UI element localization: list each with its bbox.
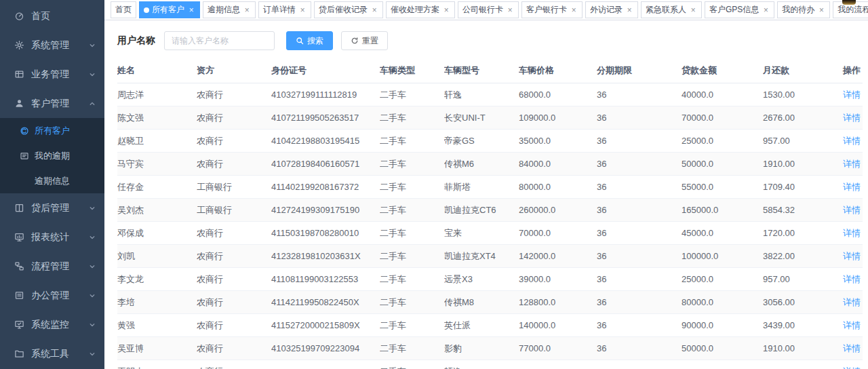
tab-customer-gps-info[interactable]: 客户GPS信息 × bbox=[705, 1, 774, 18]
sidebar-item-all-customers[interactable]: 所有客户 bbox=[0, 118, 104, 143]
customer-name-input[interactable] bbox=[164, 31, 275, 50]
detail-link[interactable]: 详情 bbox=[843, 297, 861, 307]
submenu-customer-management: 所有客户 我的逾期 逾期信息 bbox=[0, 118, 104, 193]
tab-collection-plan[interactable]: 催收处理方案 × bbox=[386, 1, 455, 18]
cell-monthly-payment: 957.00 bbox=[763, 268, 841, 291]
chevron-down-icon bbox=[88, 263, 96, 271]
sidebar-item-report-statistics[interactable]: 报表统计 bbox=[0, 222, 104, 252]
cell-monthly-payment: 1720.00 bbox=[763, 222, 841, 245]
close-icon[interactable]: × bbox=[689, 6, 697, 14]
detail-link[interactable]: 详情 bbox=[843, 274, 861, 284]
cell-monthly-payment: 1910.00 bbox=[763, 337, 841, 360]
tab-order-detail[interactable]: 订单详情 × bbox=[258, 1, 311, 18]
cell-name: 马守宾 bbox=[117, 153, 197, 176]
cell-vehicle-model: 帝豪GS bbox=[444, 130, 519, 153]
close-icon[interactable]: × bbox=[506, 6, 514, 14]
sidebar-item-overdue-info[interactable]: 逾期信息 bbox=[0, 168, 104, 193]
tab-label: 客户银行卡 bbox=[526, 4, 567, 16]
detail-link[interactable]: 详情 bbox=[843, 205, 861, 215]
sidebar-item-label: 业务管理 bbox=[31, 69, 88, 81]
cell-id-number: 411081199003122553 bbox=[271, 268, 380, 291]
detail-link[interactable]: 详情 bbox=[843, 159, 861, 169]
close-icon[interactable]: × bbox=[570, 6, 578, 14]
cell-funder: 农商行 bbox=[197, 314, 271, 337]
column-header: 车辆价格 bbox=[519, 60, 597, 83]
cell-id-number: 41152720000215809X bbox=[271, 314, 380, 337]
detail-link[interactable]: 详情 bbox=[843, 343, 861, 353]
cell-funder: 农商行 bbox=[197, 83, 271, 106]
close-icon[interactable]: × bbox=[370, 6, 378, 14]
cell-funder: 农商行 bbox=[197, 245, 271, 268]
sidebar-item-system-monitoring[interactable]: 系统监控 bbox=[0, 310, 104, 339]
tab-label: 客户GPS信息 bbox=[709, 4, 759, 16]
cell-loan-amount: 25000.0 bbox=[682, 268, 763, 291]
tab-label: 催收处理方案 bbox=[391, 4, 439, 16]
cell-vehicle-type: 二手车 bbox=[380, 268, 444, 291]
cell-vehicle-price: 80000.0 bbox=[519, 176, 597, 199]
cell-installments: 36 bbox=[597, 268, 682, 291]
table-row: 任存金 工商银行 411402199208167372 二手车 菲斯塔 8000… bbox=[117, 176, 863, 199]
tab-field-visit-records[interactable]: 外访记录 × bbox=[585, 1, 638, 18]
tab-home[interactable]: 首页 bbox=[111, 1, 136, 18]
blank-icon bbox=[20, 176, 29, 186]
close-icon[interactable]: × bbox=[298, 6, 307, 14]
reset-button[interactable]: 重置 bbox=[341, 31, 388, 50]
user-avatar[interactable] bbox=[842, 0, 856, 5]
close-icon[interactable]: × bbox=[625, 6, 633, 14]
detail-link[interactable]: 详情 bbox=[843, 182, 861, 192]
close-icon[interactable]: × bbox=[243, 6, 251, 14]
cell-name: 刘凯 bbox=[117, 245, 197, 268]
sidebar-item-label: 系统监控 bbox=[31, 319, 88, 331]
tab-emergency-contacts[interactable]: 紧急联系人 × bbox=[641, 1, 702, 18]
tab-post-loan-collection-records[interactable]: 贷后催收记录 × bbox=[314, 1, 383, 18]
column-header: 身份证号 bbox=[271, 60, 380, 83]
cell-id-number: 412724199309175190 bbox=[271, 199, 380, 222]
chevron-down-icon bbox=[88, 204, 96, 212]
sidebar-item-business-management[interactable]: 业务管理 bbox=[0, 60, 104, 89]
cell-vehicle-model: 传祺M8 bbox=[444, 291, 519, 314]
chevron-down-icon bbox=[88, 292, 96, 300]
sidebar-item-post-loan-management[interactable]: 贷后管理 bbox=[0, 193, 104, 222]
reset-button-label: 重置 bbox=[362, 35, 378, 47]
cell-name: 吴亚博 bbox=[117, 337, 197, 360]
close-icon[interactable]: × bbox=[187, 6, 195, 14]
sidebar-item-system-tools[interactable]: 系统工具 bbox=[0, 339, 104, 368]
detail-link[interactable]: 详情 bbox=[843, 228, 861, 238]
tab-company-bank-card[interactable]: 公司银行卡 × bbox=[458, 1, 519, 18]
cell-vehicle-type: 二手车 bbox=[380, 176, 444, 199]
table-row: 王明杰 农商行 二手车 轩逸 详情 bbox=[117, 360, 863, 369]
cell-vehicle-model: 轩逸 bbox=[444, 83, 519, 106]
detail-link[interactable]: 详情 bbox=[843, 136, 861, 146]
cell-name: 吴刘杰 bbox=[117, 199, 197, 222]
tab-label: 逾期信息 bbox=[208, 4, 240, 16]
chart-icon bbox=[14, 232, 24, 242]
detail-link[interactable]: 详情 bbox=[843, 366, 861, 369]
cell-id-number: 411402199208167372 bbox=[271, 176, 380, 199]
search-form: 用户名称 搜索 重置 bbox=[117, 31, 863, 51]
customer-table: 姓名资方身份证号车辆类型车辆型号车辆价格分期期限贷款金额月还款操作 周志洋 农商… bbox=[117, 60, 863, 369]
search-button[interactable]: 搜索 bbox=[286, 31, 333, 50]
close-icon[interactable]: × bbox=[442, 6, 450, 14]
sidebar-item-customer-management[interactable]: 客户管理 bbox=[0, 89, 104, 118]
close-icon[interactable]: × bbox=[762, 6, 770, 14]
sidebar-item-office-management[interactable]: 办公管理 bbox=[0, 281, 104, 310]
detail-link[interactable]: 详情 bbox=[843, 90, 861, 100]
detail-link[interactable]: 详情 bbox=[843, 113, 861, 123]
tab-overdue-info[interactable]: 逾期信息 × bbox=[203, 1, 256, 18]
cell-monthly-payment: 3822.00 bbox=[763, 245, 841, 268]
sidebar-item-process-management[interactable]: 流程管理 bbox=[0, 252, 104, 281]
tab-my-todo[interactable]: 我的待办 × bbox=[777, 1, 830, 18]
detail-link[interactable]: 详情 bbox=[843, 320, 861, 330]
sidebar-item-my-overdue[interactable]: 我的逾期 bbox=[0, 143, 104, 168]
tab-all-customers[interactable]: 所有客户 × bbox=[139, 1, 200, 18]
cell-monthly-payment: 3439.00 bbox=[763, 314, 841, 337]
sidebar-item-label: 流程管理 bbox=[31, 260, 88, 273]
close-icon[interactable]: × bbox=[817, 6, 825, 14]
detail-link[interactable]: 详情 bbox=[843, 251, 861, 261]
sidebar-item-system-management[interactable]: 系统管理 bbox=[0, 31, 104, 60]
cell-id-number: 411503198708280010 bbox=[271, 222, 380, 245]
cell-loan-amount: 45000.0 bbox=[682, 222, 763, 245]
sidebar-item-home[interactable]: 首页 bbox=[0, 1, 104, 31]
sidebar-sub-item-label: 所有客户 bbox=[35, 125, 104, 137]
tab-customer-bank-card[interactable]: 客户银行卡 × bbox=[521, 1, 583, 18]
